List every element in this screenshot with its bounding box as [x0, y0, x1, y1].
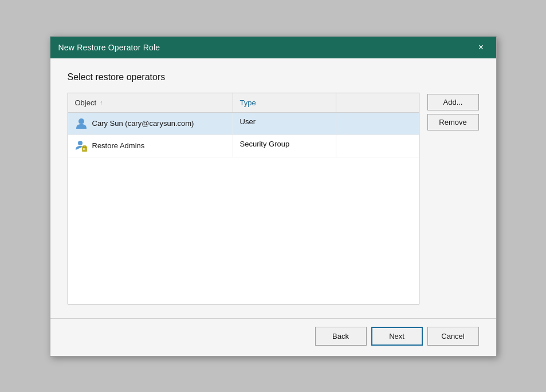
table-row[interactable]: Restore Admins Security Group: [68, 135, 419, 157]
close-button[interactable]: ×: [474, 41, 488, 54]
row-object-2: Restore Admins: [68, 135, 233, 157]
sort-icon: ↑: [100, 99, 103, 106]
svg-point-0: [78, 118, 84, 124]
svg-point-1: [78, 141, 83, 145]
remove-button[interactable]: Remove: [427, 114, 479, 130]
table-row[interactable]: Cary Sun (cary@carysun.com) User: [68, 113, 419, 135]
row-extra-1: [336, 113, 419, 134]
side-buttons-panel: Add... Remove: [427, 93, 479, 304]
security-group-icon: [75, 140, 88, 152]
col-header-type: Type: [233, 93, 336, 112]
operators-table: Object ↑ Type: [68, 93, 419, 304]
row-type-2: Security Group: [233, 135, 336, 157]
title-bar: New Restore Operator Role ×: [50, 37, 496, 58]
cancel-button[interactable]: Cancel: [427, 327, 479, 346]
next-button[interactable]: Next: [371, 327, 423, 346]
section-title: Select restore operators: [68, 72, 479, 82]
row-object-1: Cary Sun (cary@carysun.com): [68, 113, 233, 134]
dialog-footer: Back Next Cancel: [50, 318, 496, 356]
content-area: Object ↑ Type: [68, 93, 479, 304]
add-button[interactable]: Add...: [427, 94, 479, 110]
dialog-title: New Restore Operator Role: [58, 43, 160, 52]
table-body: Cary Sun (cary@carysun.com) User: [68, 113, 419, 304]
row-type-1: User: [233, 113, 336, 134]
col-header-object: Object ↑: [68, 93, 233, 112]
col-header-extra: [336, 93, 419, 112]
dialog-body: Select restore operators Object ↑ Type: [50, 58, 496, 314]
svg-rect-4: [83, 148, 84, 150]
user-icon: [75, 117, 88, 130]
table-header: Object ↑ Type: [68, 93, 419, 113]
back-button[interactable]: Back: [315, 327, 367, 346]
dialog-window: New Restore Operator Role × Select resto…: [50, 36, 497, 357]
row-extra-2: [336, 135, 419, 157]
